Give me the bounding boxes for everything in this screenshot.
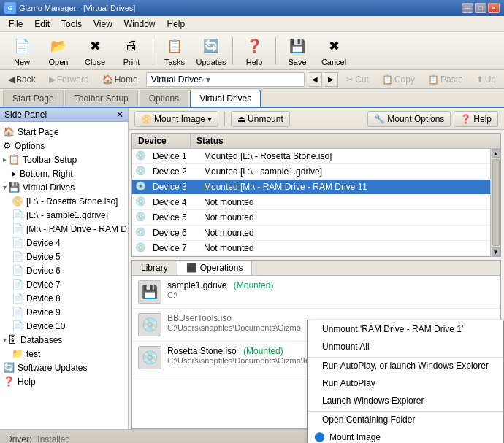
up-button[interactable]: ⬆ Up [471,72,501,87]
sidebar-item-help[interactable]: ❓ Help [0,374,128,388]
sidebar-item-device-ramdrive[interactable]: 📄 [M:\ - RAM Drive - RAM D [0,222,128,236]
device4-disk-icon: 💿 [135,196,150,208]
sidebar-item-device6[interactable]: 📄 Device 6 [0,263,128,277]
tab-operations[interactable]: ⬛ Operations [177,261,253,275]
ctx-unmount-ramdrive[interactable]: Unmount 'RAM Drive - RAM Drive 1' [308,320,503,338]
mount-options-button[interactable]: 🔧 Mount Options [367,111,451,127]
ctx-open-folder[interactable]: Open Containing Folder [308,411,503,428]
nav-prev-arrow[interactable]: ◀ [308,72,322,87]
device-row-3[interactable]: 💿 Device 3 Mounted [M:\ - RAM Drive - RA… [132,180,490,195]
sidebar-item-device10[interactable]: 📄 Device 10 [0,319,128,333]
updates-button[interactable]: 🔄 Updates [194,34,229,68]
bottom-right-icon: ▸ [12,168,17,179]
device7-name: Device 7 [153,243,204,253]
device3-status: Mounted [M:\ - RAM Drive - RAM Drive 11 [204,182,487,192]
breadcrumb-dropdown-icon[interactable]: ▾ [206,74,210,85]
sidebar-item-label: Device 7 [26,280,61,290]
scrollbar-down-arrow[interactable]: ▼ [492,247,500,256]
virtual-drives-icon: 💾 [8,182,20,193]
sidebar-item-toolbar-setup[interactable]: ▸ 📋 Toolbar Setup [0,153,128,166]
menu-edit[interactable]: Edit [28,18,56,31]
home-button[interactable]: 🏠 Home [97,72,143,87]
copy-nav-icon: 📋 [382,74,393,85]
menu-file[interactable]: File [3,18,28,31]
sidebar-item-virtual-drives[interactable]: ▾ 💾 Virtual Drives [0,180,128,194]
sidebar-close-icon[interactable]: ✕ [116,109,123,120]
device-row-7[interactable]: 💿 Device 7 Not mounted [132,241,490,256]
collapse-icon: ▾ [3,183,7,191]
sidebar-item-label: test [26,349,40,359]
ctx-mount-image[interactable]: 🔵 Mount Image [308,428,503,443]
sidebar-item-label: Software Updates [18,363,87,373]
cut-button[interactable]: ✂ Cut [341,72,374,87]
minimize-button[interactable]: ─ [462,3,473,13]
unmount-button[interactable]: ⏏ Unmount [231,111,290,127]
device-row-4[interactable]: 💿 Device 4 Not mounted [132,195,490,210]
device-row-2[interactable]: 💿 Device 2 Mounted [L:\ - sample1.gdrive… [132,164,490,180]
sidebar-item-device-sample1[interactable]: 📄 [L:\ - sample1.gdrive] [0,208,128,222]
menu-tools[interactable]: Tools [56,18,88,31]
menu-view[interactable]: View [88,18,118,31]
new-button[interactable]: 📄 New [4,34,39,68]
scrollbar-up-arrow[interactable]: ▲ [492,149,500,158]
sidebar-item-test[interactable]: 📁 test [0,347,128,361]
back-button[interactable]: ◀ Back [3,72,41,87]
tab-library[interactable]: Library [132,261,177,275]
tab-options[interactable]: Options [140,90,188,107]
toolbar-separator-2 [232,37,233,65]
sidebar-item-bottom-right[interactable]: ▸ Bottom, Right [0,166,128,180]
sidebar-item-start-page[interactable]: 🏠 Start Page [0,125,128,139]
nav-next-arrow[interactable]: ▶ [324,72,338,87]
sidebar-item-device9[interactable]: 📄 Device 9 [0,305,128,319]
device-list-scrollbar[interactable]: ▲ ▼ [490,149,500,256]
ctx-unmount-all[interactable]: Unmount All [308,338,503,355]
lib-info-1: sample1.gdrive (Mounted) C:\ [167,280,495,299]
sidebar-item-device-rosetta[interactable]: 📀 [L:\ - Rosetta Stone.iso] [0,194,128,208]
device-row-6[interactable]: 💿 Device 6 Not mounted [132,226,490,241]
save-button[interactable]: 💾 Save [280,34,315,68]
close-button[interactable]: ✕ [488,3,500,13]
close-button[interactable]: ✖ Close [77,34,112,68]
copy-nav-button[interactable]: 📋 Copy [377,72,420,87]
help-vd-icon: ❓ [460,114,471,124]
device10-icon: 📄 [12,320,23,331]
forward-button[interactable]: ▶ Forward [44,72,94,87]
tasks-button[interactable]: 📋 Tasks [157,34,192,68]
driver-status: Installed [37,434,70,444]
breadcrumb: Virtual Drives ▾ [146,72,305,87]
help-vd-button[interactable]: ❓ Help [454,111,498,127]
tab-start-page[interactable]: Start Page [3,90,64,107]
device-row-1[interactable]: 💿 Device 1 Mounted [L:\ - Rosetta Stone.… [132,149,490,164]
device-row-5[interactable]: 💿 Device 5 Not mounted [132,210,490,226]
device1-disk-icon: 💿 [135,150,150,162]
print-button[interactable]: 🖨 Print [114,34,149,68]
ctx-run-autoplay-windows[interactable]: Run AutoPlay, or launch Windows Explorer [308,357,503,374]
ctx-run-autoplay[interactable]: Run AutoPlay [308,374,503,392]
sidebar-item-device7[interactable]: 📄 Device 7 [0,277,128,291]
col-header-status[interactable]: Status [191,134,500,148]
paste-button[interactable]: 📋 Paste [423,72,468,87]
cancel-button[interactable]: ✖ Cancel [316,34,351,68]
scrollbar-thumb[interactable] [492,159,500,246]
sidebar-item-label: Device 10 [26,321,65,331]
sidebar-item-options[interactable]: ⚙ Options [0,139,128,153]
maximize-button[interactable]: □ [475,3,486,13]
mount-image-button[interactable]: 📀 Mount Image ▾ [134,111,218,127]
menu-help[interactable]: Help [161,18,191,31]
help-toolbar-button[interactable]: ❓ Help [237,34,272,68]
library-item-1[interactable]: 💾 sample1.gdrive (Mounted) C:\ [132,276,500,309]
title-bar-buttons: ─ □ ✕ [462,3,500,13]
sidebar-item-device4[interactable]: 📄 Device 4 [0,236,128,250]
ctx-launch-explorer[interactable]: Launch Windows Explorer [308,392,503,409]
col-header-device[interactable]: Device [132,134,191,148]
sidebar-item-software-updates[interactable]: 🔄 Software Updates [0,361,128,374]
sidebar-item-databases[interactable]: ▾ 🗄 Databases [0,333,128,347]
menu-window[interactable]: Window [118,18,161,31]
tab-virtual-drives[interactable]: Virtual Drives [190,90,261,107]
copy-nav-label: Copy [394,74,415,85]
open-label: Open [49,58,69,66]
sidebar-item-device8[interactable]: 📄 Device 8 [0,291,128,305]
sidebar-item-device5[interactable]: 📄 Device 5 [0,250,128,263]
open-button[interactable]: 📂 Open [41,34,76,68]
tab-toolbar-setup[interactable]: Toolbar Setup [65,90,138,107]
